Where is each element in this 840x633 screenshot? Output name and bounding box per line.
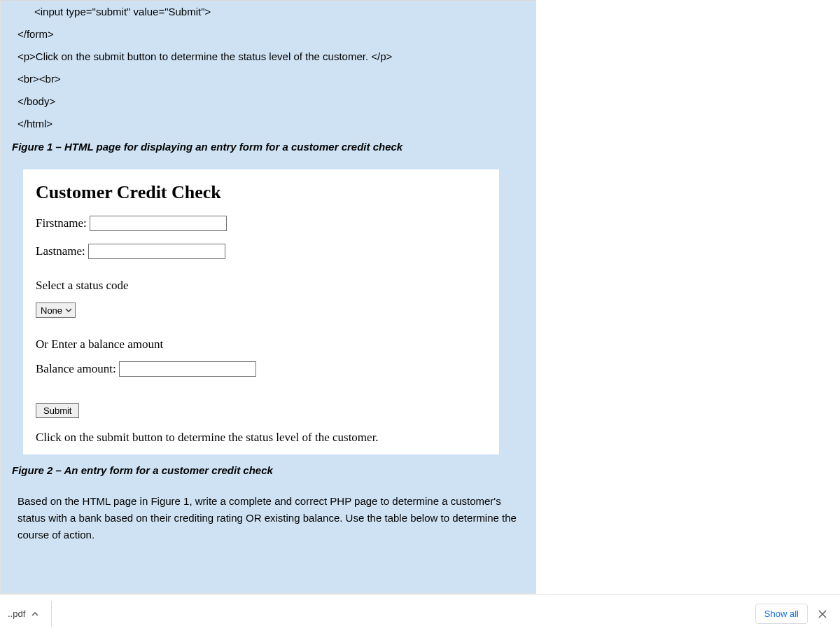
form-instruction: Click on the submit button to determine … <box>36 431 486 445</box>
code-line: <p>Click on the submit button to determi… <box>1 46 535 68</box>
question-paragraph: Based on the HTML page in Figure 1, writ… <box>1 476 535 543</box>
submit-button[interactable]: Submit <box>36 403 79 418</box>
code-line: <br><br> <box>1 68 535 90</box>
or-caption: Or Enter a balance amount <box>36 338 486 352</box>
close-button[interactable] <box>812 605 833 623</box>
lastname-row: Lastname: <box>36 244 486 259</box>
firstname-input[interactable] <box>90 216 227 231</box>
balance-input[interactable] <box>119 361 256 377</box>
code-line: </html> <box>1 113 535 135</box>
close-icon <box>818 609 827 619</box>
download-bar: ..pdf Show all <box>0 594 840 633</box>
chevron-down-icon <box>65 307 72 313</box>
download-filename: ..pdf <box>8 608 25 619</box>
lastname-input[interactable] <box>88 244 225 259</box>
form-screenshot: Customer Credit Check Firstname: Lastnam… <box>23 169 499 454</box>
content-area: <input type="submit" value="Submit"> </f… <box>0 0 840 594</box>
figure1-caption: Figure 1 – HTML page for displaying an e… <box>1 135 535 153</box>
question-box: <input type="submit" value="Submit"> </f… <box>0 1 536 594</box>
balance-row: Balance amount: <box>36 361 486 377</box>
code-line: <input type="submit" value="Submit"> <box>1 1 535 23</box>
firstname-row: Firstname: <box>36 216 486 231</box>
divider <box>51 601 52 627</box>
show-all-button[interactable]: Show all <box>755 604 808 624</box>
status-select-value: None <box>41 305 62 316</box>
chevron-up-icon <box>31 611 39 618</box>
download-item[interactable]: ..pdf <box>3 601 46 627</box>
right-empty-column <box>536 0 840 594</box>
status-select[interactable]: None <box>36 302 76 318</box>
code-line: </form> <box>1 23 535 46</box>
form-heading: Customer Credit Check <box>36 182 486 203</box>
firstname-label: Firstname: <box>36 216 87 230</box>
document-column: <input type="submit" value="Submit"> </f… <box>0 0 536 594</box>
code-line: </body> <box>1 90 535 113</box>
balance-label: Balance amount: <box>36 362 116 375</box>
select-caption: Select a status code <box>36 279 486 293</box>
code-snippet: <input type="submit" value="Submit"> </f… <box>1 1 535 135</box>
lastname-label: Lastname: <box>36 244 85 258</box>
figure2-caption: Figure 2 – An entry form for a customer … <box>1 459 535 476</box>
